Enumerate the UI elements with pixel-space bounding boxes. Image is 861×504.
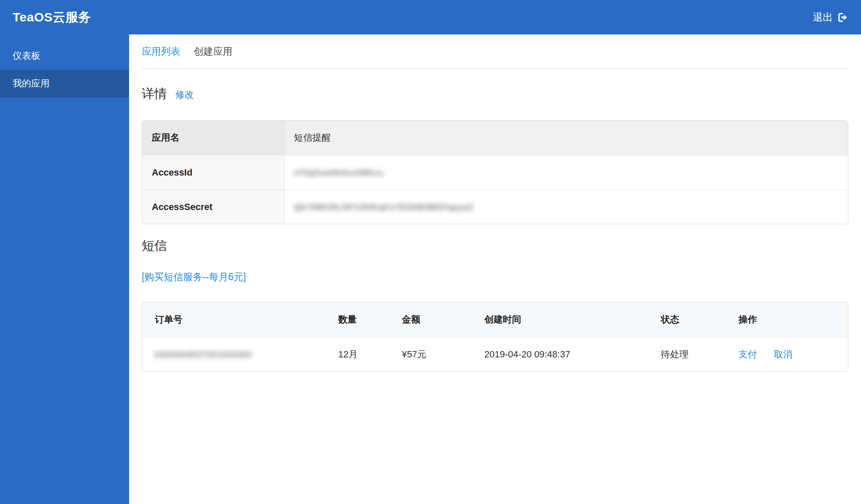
order-status: 待处理 <box>648 337 726 371</box>
sidebar-item-dashboard[interactable]: 仪表板 <box>0 42 129 70</box>
logout-button[interactable]: 退出 <box>813 10 848 24</box>
details-label-access-id: AccessId <box>142 155 284 189</box>
orders-header-row: 订单号 数量 金额 创建时间 状态 操作 <box>142 302 848 337</box>
order-created-at: 2019-04-20 09:48:37 <box>472 337 648 371</box>
tab-create-app[interactable]: 创建应用 <box>194 45 232 58</box>
brand-title: TeaOS云服务 <box>13 9 91 26</box>
details-heading: 详情 <box>142 87 167 100</box>
details-row-access-secret: AccessSecret Qk79WU9zJ87U94hqFo7E2bM4BEF… <box>142 189 848 224</box>
order-amount: ¥57元 <box>389 337 472 371</box>
edit-link[interactable]: 修改 <box>175 89 194 101</box>
orders-header-quantity: 数量 <box>326 302 389 337</box>
main-content: 应用列表 创建应用 详情 修改 应用名 短信提醒 AccessId e7fqOu… <box>129 34 861 388</box>
details-label-app-name: 应用名 <box>142 121 284 155</box>
sidebar-item-my-apps[interactable]: 我的应用 <box>0 70 129 97</box>
access-id-masked-value: e7fqOuwNtAuAM5cu <box>294 168 384 177</box>
orders-header-amount: 金额 <box>389 302 472 337</box>
cancel-link[interactable]: 取消 <box>774 349 792 360</box>
orders-table: 订单号 数量 金额 创建时间 状态 操作 0420094837291503493… <box>142 302 848 372</box>
buy-sms-link[interactable]: [购买短信服务--每月6元] <box>142 270 246 284</box>
order-row: 0420094837291503493 12月 ¥57元 2019-04-20 … <box>142 337 848 371</box>
orders-header-order-no: 订单号 <box>142 302 326 337</box>
sidebar: 仪表板 我的应用 <box>0 34 129 504</box>
details-section-heading: 详情 修改 <box>142 87 848 101</box>
details-label-access-secret: AccessSecret <box>142 189 284 224</box>
tab-app-list[interactable]: 应用列表 <box>142 45 180 58</box>
sms-heading: 短信 <box>142 239 848 252</box>
tab-bar: 应用列表 创建应用 <box>142 34 848 69</box>
orders-header-status: 状态 <box>648 302 726 337</box>
details-row-access-id: AccessId e7fqOuwNtAuAM5cu <box>142 155 848 189</box>
details-table: 应用名 短信提醒 AccessId e7fqOuwNtAuAM5cu Acces… <box>142 120 848 224</box>
logout-label: 退出 <box>813 10 833 24</box>
orders-header-created-at: 创建时间 <box>472 302 648 337</box>
sign-out-icon <box>837 12 848 23</box>
access-secret-masked-value: Qk79WU9zJ87U94hqFo7E2bM4BEFqpya2 <box>294 202 474 212</box>
orders-header-actions: 操作 <box>726 302 848 337</box>
details-value-app-name: 短信提醒 <box>284 121 848 155</box>
order-no-masked-value: 0420094837291503493 <box>155 350 251 359</box>
top-bar: TeaOS云服务 退出 <box>0 0 861 34</box>
details-row-app-name: 应用名 短信提醒 <box>142 121 848 155</box>
pay-link[interactable]: 支付 <box>739 349 757 360</box>
order-quantity: 12月 <box>326 337 389 371</box>
